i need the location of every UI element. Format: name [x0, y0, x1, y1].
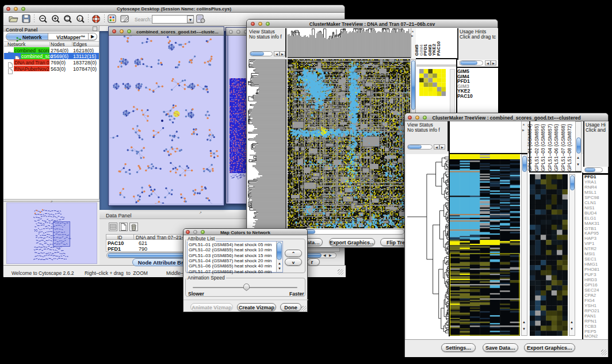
svg-text:1:1: 1:1: [78, 17, 83, 21]
